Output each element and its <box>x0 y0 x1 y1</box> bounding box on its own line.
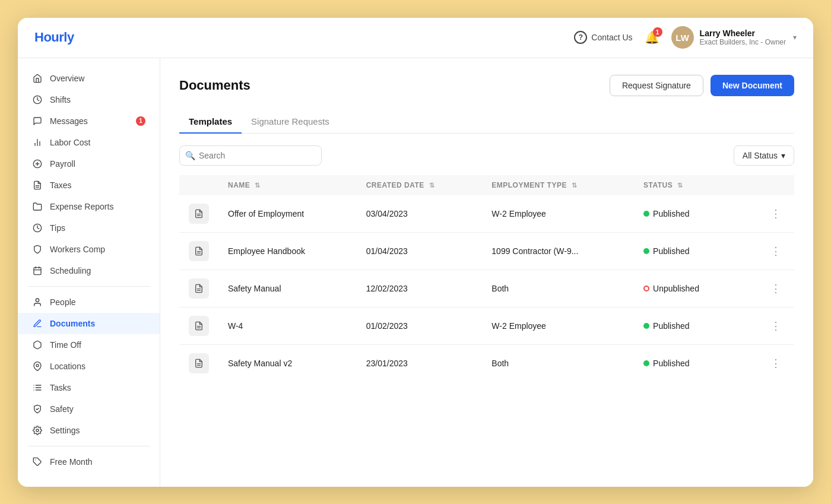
document-icon <box>189 316 209 336</box>
col-icon <box>179 175 218 195</box>
col-name[interactable]: NAME ⇅ <box>218 175 357 195</box>
sidebar-label-tips: Tips <box>50 223 65 233</box>
sidebar-item-settings[interactable]: Settings <box>18 420 160 441</box>
sidebar-item-safety[interactable]: Safety <box>18 398 160 420</box>
sort-icon-status: ⇅ <box>677 182 683 189</box>
tab-signature-requests[interactable]: Signature Requests <box>242 110 339 134</box>
sidebar-label-taxes: Taxes <box>50 180 72 190</box>
table-head: NAME ⇅ CREATED DATE ⇅ EMPLOYMENT TYPE ⇅ <box>179 175 794 195</box>
user-icon <box>32 297 43 308</box>
chevron-down-icon: ▾ <box>781 151 785 160</box>
sidebar-item-free-month[interactable]: Free Month <box>18 451 160 473</box>
more-options-button[interactable]: ⋮ <box>767 318 785 334</box>
sidebar-item-scheduling[interactable]: Scheduling <box>18 260 160 281</box>
app-window: Hourly ? Contact Us 🔔 1 LW Larry Wheeler… <box>18 18 813 487</box>
table-row[interactable]: Offer of Employment 03/04/2023 W-2 Emplo… <box>179 195 794 233</box>
col-status[interactable]: STATUS ⇅ <box>634 175 741 195</box>
avatar-initials: LW <box>675 33 689 43</box>
tabs: Templates Signature Requests <box>179 110 794 134</box>
doc-status: Published <box>634 344 741 382</box>
table-row[interactable]: Safety Manual v2 23/01/2023 Both Publish… <box>179 344 794 382</box>
message-icon <box>32 116 43 126</box>
status-filter-button[interactable]: All Status ▾ <box>734 145 794 166</box>
filter-label: All Status <box>743 151 778 160</box>
col-date-label: CREATED DATE <box>366 181 424 189</box>
contact-us-button[interactable]: ? Contact Us <box>574 31 632 44</box>
table-row[interactable]: Employee Handbook 01/04/2023 1099 Contra… <box>179 232 794 270</box>
table-row[interactable]: W-4 01/02/2023 W-2 Employee Published ⋮ <box>179 307 794 344</box>
new-document-button[interactable]: New Document <box>711 75 794 96</box>
svg-rect-10 <box>34 267 41 274</box>
tag-icon <box>32 457 43 467</box>
doc-name: Safety Manual <box>218 270 357 307</box>
sidebar-item-taxes[interactable]: Taxes <box>18 175 160 196</box>
doc-created-date: 23/01/2023 <box>357 344 483 382</box>
doc-name: W-4 <box>218 307 357 344</box>
doc-name: Safety Manual v2 <box>218 344 357 382</box>
more-options-button[interactable]: ⋮ <box>767 206 785 221</box>
document-icon <box>189 204 209 224</box>
request-signature-button[interactable]: Request Signature <box>610 75 703 96</box>
sidebar-label-free-month: Free Month <box>50 457 93 467</box>
sidebar-item-labor-cost[interactable]: Labor Cost <box>18 132 160 153</box>
sidebar-item-workers-comp[interactable]: Workers Comp <box>18 239 160 260</box>
col-employment-type[interactable]: EMPLOYMENT TYPE ⇅ <box>482 175 634 195</box>
status-label: Published <box>653 209 690 218</box>
sidebar-item-time-off[interactable]: Time Off <box>18 334 160 356</box>
search-wrap: 🔍 <box>179 145 322 166</box>
notifications-button[interactable]: 🔔 1 <box>645 30 659 45</box>
sidebar-label-documents: Documents <box>50 319 95 328</box>
top-nav: Hourly ? Contact Us 🔔 1 LW Larry Wheeler… <box>18 18 813 58</box>
search-input[interactable] <box>179 145 322 166</box>
doc-actions-cell: ⋮ <box>741 232 794 270</box>
page-actions: Request Signature New Document <box>610 75 794 96</box>
user-name: Larry Wheeler <box>700 28 786 38</box>
home-icon <box>32 73 43 84</box>
status-dot <box>643 323 649 329</box>
col-created-date[interactable]: CREATED DATE ⇅ <box>357 175 483 195</box>
sidebar-item-payroll[interactable]: Payroll <box>18 153 160 175</box>
chevron-down-icon: ▾ <box>793 33 797 42</box>
status-dot <box>643 360 649 366</box>
doc-employment-type: W-2 Employee <box>482 195 634 233</box>
main-content: Documents Request Signature New Document… <box>160 58 813 487</box>
gear-icon <box>32 425 43 436</box>
sidebar-label-labor-cost: Labor Cost <box>50 138 90 147</box>
doc-actions-cell: ⋮ <box>741 270 794 307</box>
sidebar-item-tasks[interactable]: Tasks <box>18 377 160 398</box>
user-info: Larry Wheeler Exact Builders, Inc - Owne… <box>700 28 786 46</box>
doc-status: Published <box>634 195 741 233</box>
sidebar-item-shifts[interactable]: Shifts <box>18 89 160 110</box>
sidebar-item-messages[interactable]: Messages 1 <box>18 110 160 132</box>
documents-icon <box>32 318 43 329</box>
more-options-button[interactable]: ⋮ <box>767 243 785 259</box>
sidebar-label-expense-reports: Expense Reports <box>50 202 113 211</box>
sidebar-item-people[interactable]: People <box>18 291 160 313</box>
svg-point-15 <box>36 364 39 366</box>
tips-icon <box>32 223 43 233</box>
sort-icon-name: ⇅ <box>255 182 260 189</box>
main-layout: Overview Shifts Messages 1 <box>18 58 813 487</box>
sidebar-label-overview: Overview <box>50 74 84 83</box>
sidebar-item-documents[interactable]: Documents <box>18 313 160 334</box>
col-name-label: NAME <box>228 181 250 189</box>
sidebar: Overview Shifts Messages 1 <box>18 58 160 487</box>
sidebar-item-tips[interactable]: Tips <box>18 217 160 239</box>
more-options-button[interactable]: ⋮ <box>767 281 785 296</box>
doc-employment-type: Both <box>482 344 634 382</box>
sidebar-label-tasks: Tasks <box>50 383 71 392</box>
tab-templates[interactable]: Templates <box>179 110 242 134</box>
sidebar-item-expense-reports[interactable]: Expense Reports <box>18 196 160 217</box>
sidebar-item-overview[interactable]: Overview <box>18 68 160 89</box>
doc-employment-type: 1099 Contractor (W-9... <box>482 232 634 270</box>
table-row[interactable]: Safety Manual 12/02/2023 Both Unpublishe… <box>179 270 794 307</box>
sidebar-label-shifts: Shifts <box>50 95 71 104</box>
more-options-button[interactable]: ⋮ <box>767 356 785 371</box>
pin-icon <box>32 361 43 372</box>
doc-icon-cell <box>179 232 218 270</box>
contact-icon: ? <box>574 31 587 44</box>
user-profile[interactable]: LW Larry Wheeler Exact Builders, Inc - O… <box>671 26 797 49</box>
notification-badge: 1 <box>653 27 662 37</box>
document-icon <box>189 241 209 261</box>
sidebar-item-locations[interactable]: Locations <box>18 356 160 377</box>
